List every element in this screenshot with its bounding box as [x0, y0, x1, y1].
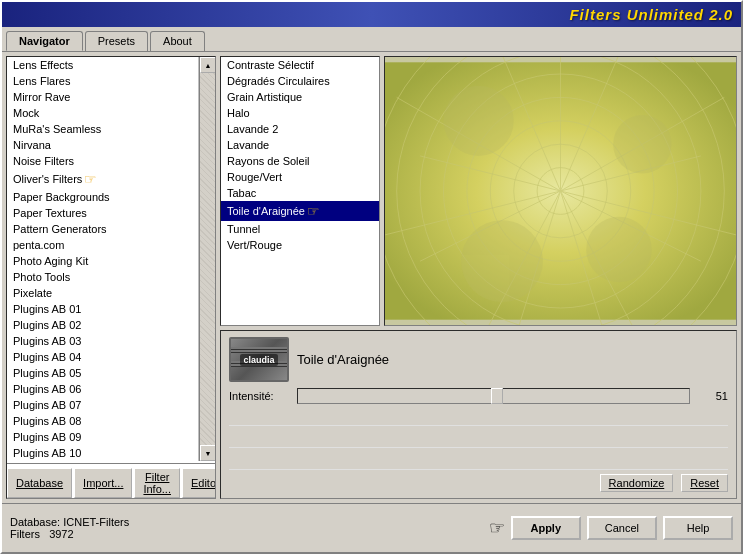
- filter-item[interactable]: Lavande: [221, 137, 379, 153]
- list-item[interactable]: Mirror Rave: [7, 89, 198, 105]
- list-item[interactable]: Mock: [7, 105, 198, 121]
- list-item[interactable]: Plugins AB 02: [7, 317, 198, 333]
- filter-item[interactable]: Rayons de Soleil: [221, 153, 379, 169]
- scroll-track[interactable]: [200, 73, 215, 445]
- bottom-controls: claudia Toile d'Araignée Intensité: 51 R…: [220, 330, 737, 499]
- list-item[interactable]: Photo Tools: [7, 269, 198, 285]
- filter-item[interactable]: Contraste Sélectif: [221, 57, 379, 73]
- list-item[interactable]: Lens Effects: [7, 57, 198, 73]
- list-item[interactable]: Plugins AB 07: [7, 397, 198, 413]
- filter-item[interactable]: Halo: [221, 105, 379, 121]
- database-value: ICNET-Filters: [63, 516, 129, 528]
- intensity-value: 51: [698, 390, 728, 402]
- randomize-reset-row: Randomize Reset: [229, 474, 728, 492]
- list-item[interactable]: Nirvana: [7, 137, 198, 153]
- filter-info-button[interactable]: Filter Info...: [134, 468, 180, 498]
- claudia-badge: claudia: [229, 337, 289, 382]
- list-item[interactable]: Plugins AB 03: [7, 333, 198, 349]
- filter-item[interactable]: Rouge/Vert: [221, 169, 379, 185]
- editor-button[interactable]: Editor...: [182, 468, 216, 498]
- footer-buttons: ☞ Apply Cancel Help: [489, 516, 733, 540]
- randomize-button[interactable]: Randomize: [600, 474, 674, 492]
- claudia-text: claudia: [240, 354, 277, 366]
- filters-info-row: Filters 3972: [10, 528, 481, 540]
- arrow-indicator-icon: ☞: [84, 171, 97, 187]
- import-button[interactable]: Import...: [74, 468, 132, 498]
- list-item[interactable]: Noise Filters: [7, 153, 198, 169]
- preview-area: [384, 56, 737, 326]
- list-item[interactable]: MuRa's Seamless: [7, 121, 198, 137]
- tabs-bar: Navigator Presets About: [2, 27, 741, 51]
- list-item[interactable]: Plugins AB 09: [7, 429, 198, 445]
- svg-point-24: [444, 86, 514, 156]
- list-item[interactable]: Plugins AB 04: [7, 349, 198, 365]
- list-item-olivers-filters[interactable]: Oliver's Filters ☞: [7, 169, 198, 189]
- left-panel: Lens Effects Lens Flares Mirror Rave Moc…: [6, 56, 216, 499]
- category-list[interactable]: Lens Effects Lens Flares Mirror Rave Moc…: [7, 57, 199, 461]
- filter-item[interactable]: Dégradés Circulaires: [221, 73, 379, 89]
- help-button[interactable]: Help: [663, 516, 733, 540]
- tab-navigator[interactable]: Navigator: [6, 31, 83, 51]
- list-item[interactable]: Plugins AB 06: [7, 381, 198, 397]
- arrow-indicator-filter-icon: ☞: [307, 203, 320, 219]
- apply-button[interactable]: Apply: [511, 516, 581, 540]
- svg-point-26: [461, 220, 543, 302]
- empty-row-3: [229, 448, 728, 470]
- filter-sublist[interactable]: Contraste Sélectif Dégradés Circulaires …: [220, 56, 380, 326]
- filters-label: Filters: [10, 528, 40, 540]
- list-item[interactable]: Plugins AB 10: [7, 445, 198, 461]
- list-item[interactable]: penta.com: [7, 237, 198, 253]
- filter-item-selected[interactable]: Toile d'Araignée ☞: [221, 201, 379, 221]
- svg-point-25: [613, 115, 672, 174]
- empty-row-2: [229, 426, 728, 448]
- filter-item[interactable]: Vert/Rouge: [221, 237, 379, 253]
- list-item[interactable]: Pattern Generators: [7, 221, 198, 237]
- list-item[interactable]: Photo Aging Kit: [7, 253, 198, 269]
- list-item[interactable]: Plugins AB 08: [7, 413, 198, 429]
- reset-button[interactable]: Reset: [681, 474, 728, 492]
- tab-about[interactable]: About: [150, 31, 205, 51]
- intensity-slider[interactable]: [297, 388, 690, 404]
- main-content: Lens Effects Lens Flares Mirror Rave Moc…: [2, 51, 741, 503]
- tab-presets[interactable]: Presets: [85, 31, 148, 51]
- database-info-row: Database: ICNET-Filters: [10, 516, 481, 528]
- list-item[interactable]: Paper Textures: [7, 205, 198, 221]
- list-item[interactable]: Lens Flares: [7, 73, 198, 89]
- scrollbar[interactable]: ▲ ▼: [199, 57, 215, 461]
- cancel-button[interactable]: Cancel: [587, 516, 657, 540]
- filter-name-display: Toile d'Araignée: [297, 352, 728, 367]
- intensity-label: Intensité:: [229, 390, 289, 402]
- filter-item[interactable]: Grain Artistique: [221, 89, 379, 105]
- empty-row-1: [229, 404, 728, 426]
- footer: Database: ICNET-Filters Filters 3972 ☞ A…: [2, 503, 741, 552]
- filters-value: 3972: [49, 528, 73, 540]
- list-item[interactable]: Plugins AB 01: [7, 301, 198, 317]
- bottom-toolbar: Database Import... Filter Info... Editor…: [7, 463, 215, 498]
- right-panel: Contraste Sélectif Dégradés Circulaires …: [220, 56, 737, 499]
- scroll-up-button[interactable]: ▲: [200, 57, 215, 73]
- filter-item[interactable]: Lavande 2: [221, 121, 379, 137]
- apply-hand-icon: ☞: [489, 517, 505, 539]
- spider-web-svg: [385, 57, 736, 325]
- list-item[interactable]: Pixelate: [7, 285, 198, 301]
- database-label: Database:: [10, 516, 60, 528]
- svg-point-27: [586, 217, 652, 283]
- filter-item[interactable]: Tabac: [221, 185, 379, 201]
- title-text: Filters Unlimited 2.0: [569, 6, 733, 23]
- database-button[interactable]: Database: [7, 468, 72, 498]
- right-top: Contraste Sélectif Dégradés Circulaires …: [220, 56, 737, 326]
- filter-item[interactable]: Tunnel: [221, 221, 379, 237]
- list-item[interactable]: Plugins AB 05: [7, 365, 198, 381]
- main-window: Filters Unlimited 2.0 Navigator Presets …: [0, 0, 743, 554]
- filter-info-row: claudia Toile d'Araignée: [229, 337, 728, 382]
- list-item[interactable]: Paper Backgrounds: [7, 189, 198, 205]
- intensity-row: Intensité: 51: [229, 388, 728, 404]
- list-container: Lens Effects Lens Flares Mirror Rave Moc…: [7, 57, 215, 461]
- footer-info: Database: ICNET-Filters Filters 3972: [10, 516, 481, 540]
- scroll-down-button[interactable]: ▼: [200, 445, 215, 461]
- title-bar: Filters Unlimited 2.0: [2, 2, 741, 27]
